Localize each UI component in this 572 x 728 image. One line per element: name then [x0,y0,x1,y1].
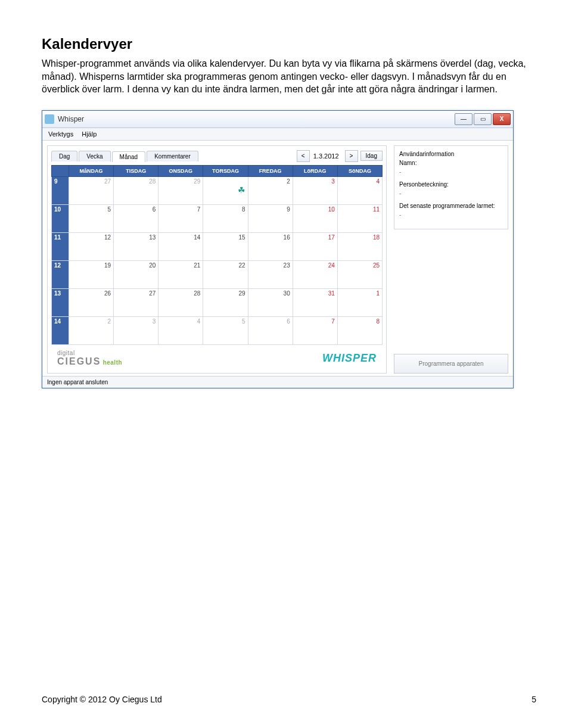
tab-comments[interactable]: Kommentarer [147,151,198,161]
user-info-title: Användarinformation [399,151,503,157]
calendar-cell[interactable]: 22 [203,260,248,288]
status-bar: Ingen apparat ansluten [42,376,513,388]
calendar-grid: MåNDAG TISDAG ONSDAG TORSDAG FREDAG LöRD… [51,165,383,345]
close-button[interactable]: X [493,113,511,125]
calendar-cell[interactable]: 28 [158,288,203,316]
calendar-cell[interactable]: 6 [114,204,158,232]
copyright: Copyright © 2012 Oy Ciegus Ltd [42,695,162,704]
calendar-cell[interactable]: 12 [69,232,114,260]
col-sun: SöNDAG [337,165,382,176]
calendar-cell[interactable]: 25 [337,260,382,288]
week-number: 9 [52,176,69,204]
calendar-cell[interactable]: 30 [248,288,293,316]
calendar-cell[interactable]: 13 [114,232,158,260]
col-mon: MåNDAG [69,165,114,176]
page-body-text: Whisper-programmet används via olika kal… [42,57,536,96]
calendar-cell[interactable]: 1 [337,288,382,316]
brand-whisper: WHISPER [322,352,377,365]
calendar-cell[interactable]: 16 [248,232,293,260]
calendar-cell[interactable]: 26 [69,288,114,316]
col-tue: TISDAG [114,165,158,176]
calendar-cell[interactable]: 17 [293,232,337,260]
current-date: 1.3.2012 [313,153,339,160]
col-thu: TORSDAG [203,165,248,176]
calendar-cell[interactable]: 2 [69,316,114,344]
prev-button[interactable]: < [297,150,310,162]
calendar-cell[interactable]: 28 [114,176,158,204]
calendar-cell[interactable]: ☘ [203,176,248,204]
event-icon: ☘ [238,185,245,195]
col-sat: LöRDAG [293,165,337,176]
today-button[interactable]: Idag [360,151,383,161]
minimize-button[interactable]: — [455,113,472,125]
pid-label: Personbeteckning: [399,181,503,188]
next-button[interactable]: > [345,150,358,162]
last-alarm-value: - [399,211,503,218]
col-wed: ONSDAG [158,165,203,176]
brand-ciegus: digital CIEGUS health [57,350,122,367]
user-info-panel: Användarinformation Namn: - Personbeteck… [394,145,508,229]
maximize-button[interactable]: ▭ [474,113,492,125]
menu-help[interactable]: Hjälp [82,130,97,138]
app-window: Whisper — ▭ X Verktygs Hjälp Dag Vecka M… [42,110,514,388]
week-number: 11 [52,232,69,260]
page-number: 5 [531,695,536,704]
calendar-cell[interactable]: 27 [69,176,114,204]
calendar-cell[interactable]: 18 [337,232,382,260]
calendar-cell[interactable]: 7 [158,204,203,232]
calendar-cell[interactable]: 10 [293,204,337,232]
name-value: - [399,169,503,175]
calendar-cell[interactable]: 7 [293,316,337,344]
week-number: 12 [52,260,69,288]
week-number: 14 [52,316,69,344]
calendar-cell[interactable]: 6 [248,316,293,344]
calendar-cell[interactable]: 27 [114,288,158,316]
menubar: Verktygs Hjälp [42,128,513,141]
calendar-cell[interactable]: 2 [248,176,293,204]
app-title: Whisper [58,115,455,123]
calendar-cell[interactable]: 5 [203,316,248,344]
calendar-cell[interactable]: 24 [293,260,337,288]
tab-day[interactable]: Dag [51,151,77,161]
calendar-cell[interactable]: 8 [337,316,382,344]
col-week [52,165,69,176]
calendar-cell[interactable]: 23 [248,260,293,288]
pid-value: - [399,190,503,197]
calendar-cell[interactable]: 9 [248,204,293,232]
page-heading: Kalendervyer [42,36,536,52]
calendar-cell[interactable]: 14 [158,232,203,260]
calendar-panel: Dag Vecka Månad Kommentarer < 1.3.2012 >… [47,145,387,374]
brand-row: digital CIEGUS health WHISPER [51,345,383,369]
calendar-cell[interactable]: 21 [158,260,203,288]
calendar-cell[interactable]: 29 [158,176,203,204]
program-device-button[interactable]: Programmera apparaten [394,354,508,374]
app-icon [45,114,54,124]
calendar-cell[interactable]: 3 [293,176,337,204]
calendar-cell[interactable]: 5 [69,204,114,232]
menu-tools[interactable]: Verktygs [48,130,73,138]
calendar-cell[interactable]: 8 [203,204,248,232]
tab-month[interactable]: Månad [112,151,146,162]
week-number: 13 [52,288,69,316]
titlebar: Whisper — ▭ X [42,111,513,128]
calendar-cell[interactable]: 20 [114,260,158,288]
calendar-cell[interactable]: 4 [337,176,382,204]
tab-week[interactable]: Vecka [79,151,110,161]
col-fri: FREDAG [248,165,293,176]
name-label: Namn: [399,160,503,166]
calendar-cell[interactable]: 19 [69,260,114,288]
week-number: 10 [52,204,69,232]
last-alarm-label: Det senaste programmerade larmet: [399,203,503,209]
calendar-cell[interactable]: 11 [337,204,382,232]
calendar-cell[interactable]: 29 [203,288,248,316]
calendar-cell[interactable]: 31 [293,288,337,316]
calendar-cell[interactable]: 15 [203,232,248,260]
calendar-cell[interactable]: 4 [158,316,203,344]
calendar-cell[interactable]: 3 [114,316,158,344]
